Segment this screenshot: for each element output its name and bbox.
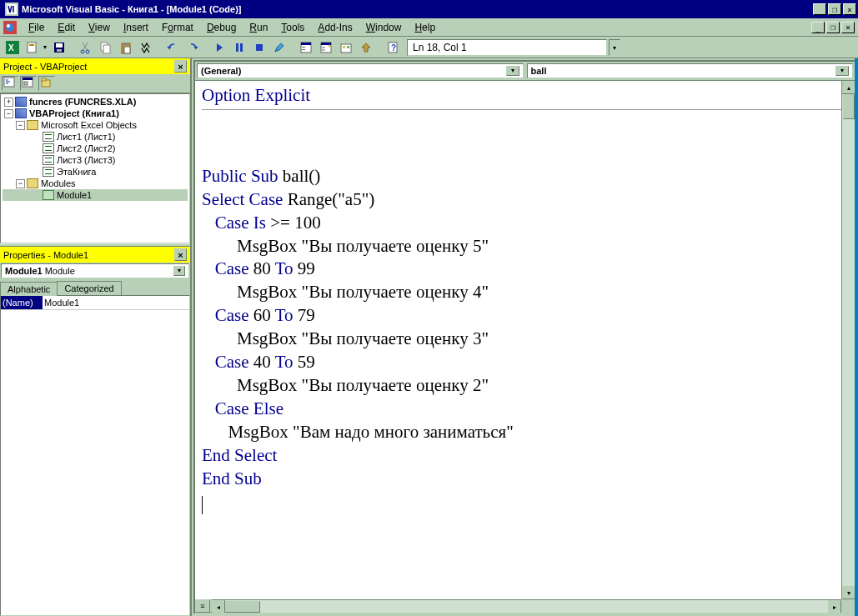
view-object-button[interactable]: [20, 76, 37, 91]
save-button[interactable]: [50, 38, 68, 57]
menu-debug[interactable]: Debug: [200, 20, 243, 35]
find-button[interactable]: [137, 38, 155, 57]
collapse-icon[interactable]: −: [16, 121, 25, 130]
svg-text:X: X: [8, 43, 14, 53]
tab-categorized[interactable]: Categorized: [57, 281, 121, 295]
window-title: Microsoft Visual Basic - Книга1 - [Modul…: [22, 4, 813, 14]
svg-rect-15: [103, 45, 110, 53]
project-panel-title-text: Project - VBAProject: [3, 62, 87, 72]
tree-folder-excel-objects[interactable]: − Microsoft Excel Objects: [3, 119, 188, 131]
menu-file[interactable]: File: [22, 20, 51, 35]
mdi-restore-button[interactable]: ❐: [826, 22, 840, 33]
mdi-minimize-button[interactable]: _: [811, 22, 825, 33]
scroll-down-button[interactable]: ▾: [842, 586, 855, 599]
run-button[interactable]: [210, 38, 228, 57]
dropdown-arrow-icon[interactable]: ▾: [506, 66, 519, 76]
dropdown-arrow-icon[interactable]: ▾: [835, 66, 849, 76]
project-explorer-button[interactable]: [297, 38, 315, 57]
svg-rect-10: [56, 43, 63, 48]
tree-project-funcres[interactable]: + funcres (FUNCRES.XLA): [3, 96, 188, 108]
properties-panel: Properties - Module1 × Module1 Module ▾ …: [0, 247, 190, 616]
design-mode-button[interactable]: [270, 38, 289, 57]
break-button[interactable]: [230, 38, 248, 57]
properties-object-combo[interactable]: Module1 Module ▾: [1, 263, 189, 278]
window-resize-edge[interactable]: [855, 58, 858, 616]
help-button[interactable]: ?: [384, 38, 402, 57]
procedure-combo[interactable]: ball ▾: [527, 63, 854, 78]
vb-app-icon: [5, 3, 18, 16]
menu-insert[interactable]: Insert: [117, 20, 155, 35]
horizontal-scrollbar[interactable]: ◂ ▸: [212, 599, 841, 613]
project-icon: [15, 108, 27, 118]
undo-button[interactable]: [163, 38, 182, 57]
code-editor[interactable]: Option Explicit Public Sub ball() Select…: [195, 80, 855, 613]
svg-rect-31: [347, 46, 349, 48]
expand-icon[interactable]: +: [4, 98, 13, 107]
collapse-icon[interactable]: −: [16, 179, 25, 188]
mdi-window-controls: _ ❐ ✕: [811, 22, 855, 33]
project-panel-toolbar: [0, 74, 190, 93]
tree-sheet1[interactable]: Лист1 (Лист1): [3, 131, 188, 143]
scroll-right-button[interactable]: ▸: [828, 600, 841, 613]
svg-rect-29: [341, 44, 351, 53]
text-cursor: [202, 496, 203, 514]
tree-sheet2[interactable]: Лист2 (Лист2): [3, 143, 188, 154]
menu-view[interactable]: View: [82, 20, 117, 35]
properties-grid[interactable]: (Name) Module1: [0, 295, 190, 616]
scroll-left-button[interactable]: ◂: [212, 600, 225, 613]
menu-help[interactable]: Help: [408, 20, 442, 35]
tab-alphabetic[interactable]: Alphabetic: [0, 282, 58, 296]
maximize-button[interactable]: ❐: [828, 3, 841, 15]
copy-button[interactable]: [97, 38, 115, 57]
project-panel-title: Project - VBAProject ×: [0, 58, 190, 74]
dropdown-arrow-icon[interactable]: ▾: [173, 266, 185, 276]
menu-format[interactable]: Format: [155, 20, 200, 35]
property-value[interactable]: Module1: [43, 296, 189, 309]
scroll-thumb[interactable]: [843, 94, 855, 119]
redo-button[interactable]: [183, 38, 202, 57]
reset-button[interactable]: [250, 38, 268, 57]
scroll-thumb[interactable]: [225, 601, 260, 613]
svg-rect-23: [301, 43, 311, 45]
tree-thisworkbook[interactable]: ЭтаКнига: [3, 166, 188, 178]
tree-sheet3[interactable]: Лист3 (Лист3): [3, 154, 188, 166]
tree-module1[interactable]: Module1: [3, 189, 188, 201]
object-combo[interactable]: (General) ▾: [197, 63, 524, 78]
scroll-up-button[interactable]: ▴: [842, 81, 855, 94]
project-panel-close-button[interactable]: ×: [174, 60, 187, 73]
properties-panel-close-button[interactable]: ×: [174, 248, 187, 261]
mdi-close-button[interactable]: ✕: [841, 22, 855, 33]
workbook-icon: [43, 167, 54, 177]
property-row-name[interactable]: (Name) Module1: [1, 296, 189, 310]
object-browser-button[interactable]: [337, 38, 355, 57]
menu-window[interactable]: Window: [359, 20, 409, 35]
vertical-scrollbar[interactable]: ▴ ▾: [841, 81, 855, 599]
toolbox-button[interactable]: [357, 38, 375, 57]
titlebar: Microsoft Visual Basic - Книга1 - [Modul…: [0, 0, 858, 18]
collapse-icon[interactable]: −: [4, 109, 13, 118]
cursor-position-status: Ln 18, Col 1: [407, 39, 607, 56]
menu-addins[interactable]: Add-Ins: [311, 20, 359, 35]
paste-button[interactable]: [117, 38, 135, 57]
menu-run[interactable]: Run: [243, 20, 274, 35]
project-tree[interactable]: + funcres (FUNCRES.XLA) − VBAProject (Кн…: [0, 93, 190, 243]
worksheet-icon: [43, 143, 54, 153]
dropdown-arrow-icon[interactable]: ▾: [43, 43, 48, 51]
properties-window-button[interactable]: [317, 38, 335, 57]
menu-edit[interactable]: Edit: [51, 20, 82, 35]
minimize-button[interactable]: _: [813, 3, 826, 15]
toggle-folders-button[interactable]: [38, 76, 55, 91]
status-dropdown[interactable]: ▾: [609, 39, 620, 56]
insert-button[interactable]: [23, 38, 42, 57]
close-button[interactable]: ✕: [843, 3, 856, 15]
tree-folder-modules[interactable]: − Modules: [3, 178, 188, 189]
menu-tools[interactable]: Tools: [274, 20, 311, 35]
svg-point-4: [7, 24, 10, 28]
svg-rect-8: [29, 44, 34, 46]
procedure-view-button[interactable]: ≡: [195, 599, 210, 613]
left-panel: Project - VBAProject × + funcres (FUNCRE…: [0, 58, 192, 616]
tree-project-vbaproject[interactable]: − VBAProject (Книга1): [3, 108, 188, 119]
cut-button[interactable]: [77, 38, 95, 57]
view-code-button[interactable]: [2, 76, 18, 91]
view-excel-button[interactable]: X: [3, 38, 22, 57]
